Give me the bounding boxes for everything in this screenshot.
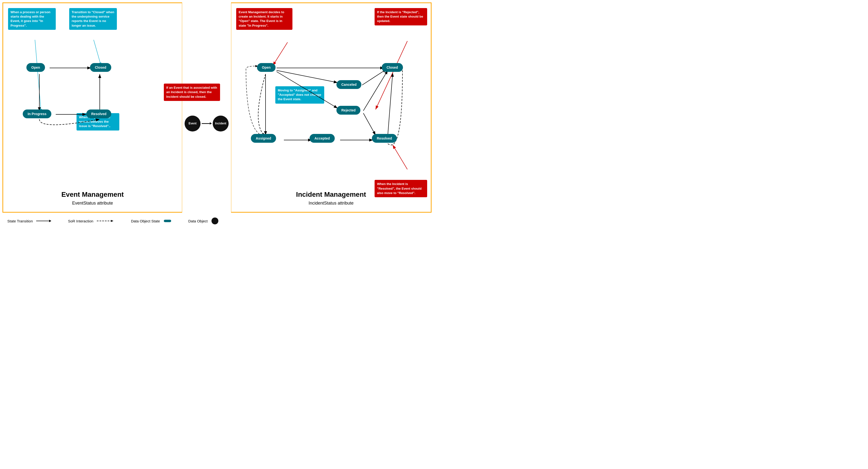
diagrams-row: When a process or person starts dealing … (2, 2, 432, 213)
legend-circle (212, 218, 218, 224)
left-diagram: When a process or person starts dealing … (2, 2, 182, 213)
svg-line-15 (362, 69, 386, 85)
svg-marker-25 (111, 220, 114, 222)
node-resolved-left: Resolved (86, 110, 111, 118)
node-resolved-right: Resolved (372, 134, 397, 143)
svg-line-20 (388, 73, 393, 135)
legend-data-object: Data Object (188, 218, 218, 224)
node-rejected: Rejected (336, 106, 361, 115)
data-objects-row: Event Incident (185, 116, 228, 131)
legend-state-box (164, 220, 171, 222)
callout-create-incident: Event Management decides to create an In… (236, 8, 292, 30)
incident-circle: Incident (213, 116, 228, 131)
legend-sor: SoR Interaction (68, 219, 114, 223)
node-in-progress: In Progress (23, 110, 51, 118)
node-open-right: Open (257, 63, 276, 72)
left-subtitle: EventStatus attribute (3, 201, 182, 206)
svg-line-16 (363, 70, 388, 111)
right-subtitle: IncidentStatus attribute (231, 201, 431, 206)
node-closed-left: Closed (90, 63, 111, 72)
left-title: Event Management (3, 191, 182, 198)
svg-line-23 (393, 145, 407, 169)
event-circle: Event (185, 116, 200, 131)
svg-line-12 (277, 70, 338, 83)
callout-closed-left: Transition to "Closed" when the underpin… (69, 8, 117, 30)
svg-line-21 (376, 41, 407, 110)
legend-row: State Transition SoR Interaction Data Ob… (2, 215, 432, 227)
right-title: Incident Management (231, 191, 431, 198)
svg-line-17 (363, 113, 376, 135)
right-diagram: Event Management decides to create an In… (231, 2, 432, 213)
sor-label: SoR Interaction (68, 219, 93, 223)
node-canceled: Canceled (336, 80, 361, 89)
data-object-label: Data Object (188, 219, 208, 223)
callout-rejected: If the Incident is "Rejected", then the … (375, 8, 427, 25)
event-incident-line (202, 123, 212, 124)
state-transition-label: State Transition (7, 219, 33, 223)
data-object-state-label: Data Object State (131, 219, 160, 223)
svg-line-5 (94, 40, 101, 65)
node-accepted: Accepted (310, 134, 335, 143)
main-container: When a process or person starts dealing … (2, 2, 432, 227)
callout-event-incident-close: If an Event that is associated with an I… (164, 84, 220, 101)
node-open-left: Open (26, 63, 45, 72)
callout-assigned-accepted: Moving to "Assigned" and "Accepted" does… (275, 86, 324, 104)
left-arrows (3, 3, 182, 212)
callout-in-progress: When a process or person starts dealing … (8, 8, 56, 30)
node-closed-right: Closed (382, 63, 403, 72)
node-assigned: Assigned (251, 134, 276, 143)
svg-line-22 (273, 42, 287, 65)
legend-data-object-state: Data Object State (131, 219, 171, 223)
legend-state-transition: State Transition (7, 219, 51, 223)
svg-line-4 (35, 40, 41, 112)
center-section: If an Event that is associated with an I… (182, 2, 231, 213)
